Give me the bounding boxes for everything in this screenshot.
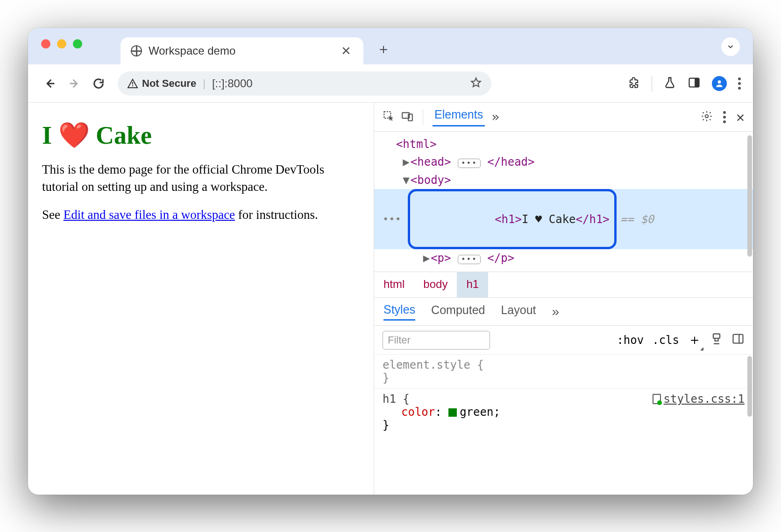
bookmark-button[interactable] — [470, 77, 482, 91]
styles-filter-input[interactable]: Filter — [383, 331, 490, 350]
toolbar: Not Secure | [::]:8000 — [28, 64, 753, 103]
tab-strip: Workspace demo ✕ ＋ — [28, 28, 753, 64]
labs-button[interactable] — [663, 76, 676, 91]
browser-tab[interactable]: Workspace demo ✕ — [121, 37, 363, 64]
dom-node-p2[interactable]: ▶<p> ••• </p> — [374, 267, 753, 272]
back-button[interactable] — [40, 74, 60, 93]
toggle-hover-button[interactable]: :hov — [617, 334, 644, 347]
settings-button[interactable] — [701, 110, 713, 124]
copy-styles-button[interactable] — [710, 332, 723, 348]
page-content: I ❤️ Cake This is the demo page for the … — [28, 103, 374, 495]
security-label: Not Secure — [142, 77, 196, 90]
dom-tree[interactable]: <html> ▶<head> ••• </head> ▼<body> ••• <… — [374, 132, 753, 272]
browser-window: Workspace demo ✕ ＋ Not Secure | [::]:800… — [28, 28, 753, 495]
maximize-window-icon[interactable] — [73, 39, 82, 49]
devtools-panel: Elements » ✕ <html> ▶<head> ••• </head> … — [374, 103, 753, 495]
url-text: [::]:8000 — [212, 77, 253, 90]
close-tab-icon[interactable]: ✕ — [337, 42, 355, 60]
dom-node-h1-selected[interactable]: ••• <h1>I ♥ Cake</h1> == $0 — [374, 189, 753, 249]
dom-node-p1[interactable]: ▶<p> ••• </p> — [374, 249, 753, 267]
extensions-button[interactable] — [627, 76, 640, 91]
minimize-window-icon[interactable] — [57, 39, 66, 49]
color-swatch-icon[interactable] — [448, 408, 457, 417]
close-devtools-button[interactable]: ✕ — [736, 109, 745, 125]
forward-button[interactable] — [64, 74, 84, 93]
devtools-menu-button[interactable] — [723, 111, 726, 123]
svg-rect-8 — [713, 334, 720, 338]
file-icon — [653, 394, 661, 404]
gear-icon — [701, 110, 713, 122]
dom-breadcrumbs: html body h1 — [374, 272, 753, 297]
devtools-toolbar: Elements » ✕ — [374, 103, 753, 132]
side-panel-button[interactable] — [688, 76, 701, 91]
more-styles-tabs-button[interactable]: » — [552, 304, 560, 319]
page-paragraph-2: See Edit and save files in a workspace f… — [42, 206, 360, 224]
more-tabs-button[interactable]: » — [491, 109, 499, 125]
dom-node-head[interactable]: ▶<head> ••• </head> — [374, 153, 753, 171]
person-icon — [715, 79, 724, 88]
scrollbar[interactable] — [747, 135, 752, 257]
warning-icon — [127, 78, 138, 89]
address-bar[interactable]: Not Secure | [::]:8000 — [118, 71, 491, 96]
close-window-icon[interactable] — [41, 39, 50, 49]
rule-element-style[interactable]: element.style { } — [374, 354, 753, 388]
scrollbar[interactable] — [747, 356, 752, 417]
rule-h1[interactable]: h1 { styles.css:1 color: green; } — [374, 388, 753, 435]
separator — [652, 76, 652, 91]
tab-title: Workspace demo — [149, 44, 235, 57]
svg-point-0 — [132, 85, 133, 86]
svg-point-7 — [705, 114, 709, 118]
new-tab-button[interactable]: ＋ — [376, 40, 390, 59]
tab-elements[interactable]: Elements — [433, 108, 485, 126]
crumb-h1[interactable]: h1 — [457, 272, 488, 297]
separator: | — [203, 77, 206, 90]
svg-rect-9 — [733, 334, 743, 343]
globe-icon — [131, 45, 142, 56]
page-paragraph-1: This is the demo page for the official C… — [42, 161, 360, 195]
css-property[interactable]: color: green; — [383, 406, 745, 419]
tab-layout[interactable]: Layout — [501, 303, 536, 320]
console-reference: == $0 — [620, 210, 654, 228]
styles-rules: element.style { } h1 { styles.css:1 colo… — [374, 354, 753, 495]
svg-point-3 — [718, 80, 721, 84]
toggle-classes-button[interactable]: .cls — [652, 334, 679, 347]
tutorial-link[interactable]: Edit and save files in a workspace — [64, 208, 235, 222]
device-toolbar-button[interactable] — [401, 110, 413, 124]
computed-sidebar-button[interactable] — [731, 332, 745, 348]
crumb-body[interactable]: body — [414, 272, 457, 297]
separator — [423, 109, 423, 125]
reload-button[interactable] — [89, 74, 108, 93]
dom-node-body[interactable]: ▼<body> — [374, 171, 753, 189]
tab-computed[interactable]: Computed — [431, 303, 485, 320]
inspect-element-button[interactable] — [383, 110, 395, 124]
crumb-html[interactable]: html — [374, 272, 414, 297]
more-actions-icon[interactable]: ••• — [383, 211, 401, 227]
source-link[interactable]: styles.css:1 — [653, 392, 745, 406]
chrome-menu-button[interactable] — [738, 77, 741, 90]
tab-list-button[interactable] — [721, 37, 740, 56]
svg-rect-2 — [695, 78, 699, 87]
window-controls — [41, 39, 82, 49]
styles-toolbar: Filter :hov .cls ＋ — [374, 325, 753, 354]
page-heading: I ❤️ Cake — [42, 120, 360, 150]
new-style-rule-button[interactable]: ＋ — [688, 330, 702, 350]
dom-node-html[interactable]: <html> — [374, 135, 753, 153]
chevron-down-icon — [726, 42, 735, 51]
styles-tabstrip: Styles Computed Layout » — [374, 297, 753, 325]
profile-button[interactable] — [712, 76, 727, 91]
tab-styles[interactable]: Styles — [383, 303, 415, 321]
security-chip[interactable]: Not Secure — [127, 77, 196, 90]
selected-element-highlight: <h1>I ♥ Cake</h1> — [408, 189, 617, 249]
